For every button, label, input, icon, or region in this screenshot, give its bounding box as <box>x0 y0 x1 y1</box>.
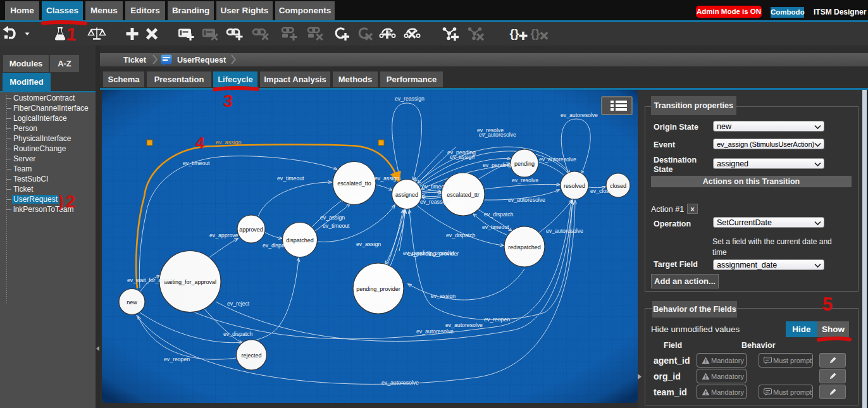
svg-text:1: 1 <box>65 23 77 44</box>
svg-text:4: 4 <box>195 133 206 152</box>
svg-text:2: 2 <box>66 192 75 211</box>
svg-text:): ) <box>58 192 64 211</box>
svg-text:3: 3 <box>223 91 233 111</box>
svg-text:5: 5 <box>822 293 834 314</box>
